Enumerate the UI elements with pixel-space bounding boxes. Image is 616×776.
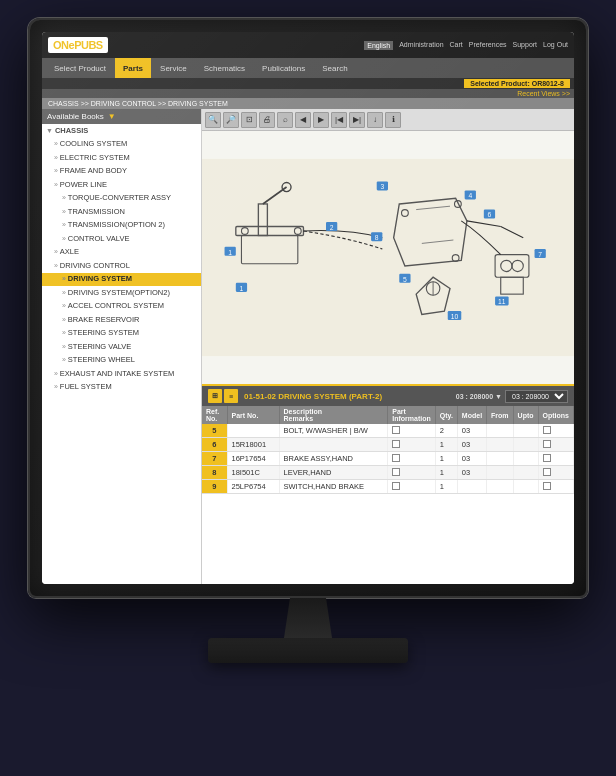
row3-part[interactable]: 16P17654: [227, 452, 279, 466]
row3-model: 03: [457, 452, 486, 466]
recent-views-link[interactable]: Recent Views >>: [517, 90, 570, 97]
table-row: 5 BOLT, W/WASHER | B/W 2 03: [202, 424, 574, 438]
row5-upto: [513, 480, 538, 494]
nav-publications[interactable]: Publications: [254, 58, 313, 78]
tree-driving-control[interactable]: DRIVING CONTROL: [42, 259, 201, 273]
monitor-neck: [278, 598, 338, 638]
row3-partinfo[interactable]: [388, 452, 436, 466]
zoom-out-btn[interactable]: 🔎: [223, 112, 239, 128]
tree-driving-system2[interactable]: DRIVING SYSTEM(OPTION2): [42, 286, 201, 300]
lang-select[interactable]: English: [364, 41, 393, 50]
svg-text:8: 8: [375, 234, 379, 241]
tree-electric[interactable]: ELECTRIC SYSTEM: [42, 151, 201, 165]
row5-partinfo[interactable]: [388, 480, 436, 494]
tree-cooling[interactable]: COOLING SYSTEM: [42, 138, 201, 152]
tree-torque[interactable]: TORQUE-CONVERTER ASSY: [42, 192, 201, 206]
svg-text:3: 3: [380, 183, 384, 190]
row3-qty: 1: [435, 452, 457, 466]
right-panel: 🔍 🔎 ⊡ 🖨 ⌕ ◀ ▶ |◀ ▶| ↓ ℹ: [202, 109, 574, 584]
info-btn[interactable]: ℹ: [385, 112, 401, 128]
tree-header: Available Books ▼: [42, 109, 201, 124]
row1-partinfo[interactable]: [388, 424, 436, 438]
row2-options[interactable]: [538, 438, 573, 452]
support-link[interactable]: Support: [513, 41, 538, 50]
tree-transmission2[interactable]: TRANSMISSION(OPTION 2): [42, 219, 201, 233]
row1-options[interactable]: [538, 424, 573, 438]
prev-btn[interactable]: ◀: [295, 112, 311, 128]
row1-upto: [513, 424, 538, 438]
tree-driving-system[interactable]: DRIVING SYSTEM: [42, 273, 201, 287]
search-diagram-btn[interactable]: ⌕: [277, 112, 293, 128]
tree-exhaust[interactable]: EXHAUST AND INTAKE SYSTEM: [42, 367, 201, 381]
col-partinfo-header: PartInformation: [388, 406, 436, 424]
table-row: 6 15R18001 1 03: [202, 438, 574, 452]
next-btn[interactable]: ▶: [313, 112, 329, 128]
row1-qty: 2: [435, 424, 457, 438]
tree-power-line[interactable]: POWER LINE: [42, 178, 201, 192]
fit-btn[interactable]: ⊡: [241, 112, 257, 128]
row4-options[interactable]: [538, 466, 573, 480]
table-row: 7 16P17654 BRAKE ASSY,HAND 1 03: [202, 452, 574, 466]
tree-brake-res[interactable]: BRAKE RESERVOIR: [42, 313, 201, 327]
first-btn[interactable]: |◀: [331, 112, 347, 128]
nav-service[interactable]: Service: [152, 58, 195, 78]
monitor-base: [208, 638, 408, 663]
main-content: Available Books ▼ CHASSIS COOLING SYSTEM…: [42, 109, 574, 584]
col-from-header: From: [487, 406, 514, 424]
tree-steering-wheel[interactable]: STEERING WHEEL: [42, 354, 201, 368]
recent-views-bar: Recent Views >>: [42, 89, 574, 98]
nav-parts[interactable]: Parts: [115, 58, 151, 78]
tree-steering-valve[interactable]: STEERING VALVE: [42, 340, 201, 354]
row3-options[interactable]: [538, 452, 573, 466]
parts-header-icons: ⊞ ≡: [208, 389, 238, 403]
monitor: ONePUBS English Administration Cart Pref…: [18, 18, 598, 758]
row1-model: 03: [457, 424, 486, 438]
row5-options[interactable]: [538, 480, 573, 494]
download-btn[interactable]: ↓: [367, 112, 383, 128]
admin-link[interactable]: Administration: [399, 41, 443, 50]
tree-accel[interactable]: ACCEL CONTROL SYSTEM: [42, 300, 201, 314]
nav-search[interactable]: Search: [314, 58, 355, 78]
tree-header-arrow[interactable]: ▼: [108, 112, 116, 121]
tree-fuel[interactable]: FUEL SYSTEM: [42, 381, 201, 395]
logout-link[interactable]: Log Out: [543, 41, 568, 50]
row2-part[interactable]: 15R18001: [227, 438, 279, 452]
row4-partinfo[interactable]: [388, 466, 436, 480]
row1-part[interactable]: [227, 424, 279, 438]
parts-icon-1[interactable]: ⊞: [208, 389, 222, 403]
row4-qty: 1: [435, 466, 457, 480]
tree-transmission[interactable]: TRANSMISSION: [42, 205, 201, 219]
col-ref-header: Ref.No.: [202, 406, 227, 424]
logo-prefix: ON: [53, 39, 69, 51]
monitor-bezel: ONePUBS English Administration Cart Pref…: [28, 18, 588, 598]
row4-part[interactable]: 18I501C: [227, 466, 279, 480]
tree-axle[interactable]: AXLE: [42, 246, 201, 260]
pagination: 03 : 208000 ▼ 03 : 208000: [456, 390, 568, 403]
row2-upto: [513, 438, 538, 452]
cart-link[interactable]: Cart: [450, 41, 463, 50]
row4-upto: [513, 466, 538, 480]
preferences-link[interactable]: Preferences: [469, 41, 507, 50]
col-model-header: Model: [457, 406, 486, 424]
row5-part[interactable]: 25LP6754: [227, 480, 279, 494]
svg-text:6: 6: [488, 211, 492, 218]
zoom-in-btn[interactable]: 🔍: [205, 112, 221, 128]
page-select-dropdown[interactable]: 03 : 208000: [505, 390, 568, 403]
diagram-area: 🔍 🔎 ⊡ 🖨 ⌕ ◀ ▶ |◀ ▶| ↓ ℹ: [202, 109, 574, 384]
row5-from: [487, 480, 514, 494]
parts-icon-2[interactable]: ≡: [224, 389, 238, 403]
row2-partinfo[interactable]: [388, 438, 436, 452]
tree-chassis[interactable]: CHASSIS: [42, 124, 201, 138]
nav-schematics[interactable]: Schematics: [196, 58, 253, 78]
print-btn[interactable]: 🖨: [259, 112, 275, 128]
last-btn[interactable]: ▶|: [349, 112, 365, 128]
tree-steering-sys[interactable]: STEERING SYSTEM: [42, 327, 201, 341]
nav-select-product[interactable]: Select Product: [46, 58, 114, 78]
tree-control-valve[interactable]: CONTROL VALVE: [42, 232, 201, 246]
svg-text:1: 1: [240, 285, 244, 292]
page-info: 03 : 208000 ▼: [456, 393, 502, 400]
tree-frame[interactable]: FRAME AND BODY: [42, 165, 201, 179]
diagram-canvas[interactable]: 1 2: [202, 131, 574, 384]
top-links: English Administration Cart Preferences …: [364, 41, 568, 50]
row3-desc: BRAKE ASSY,HAND: [279, 452, 388, 466]
